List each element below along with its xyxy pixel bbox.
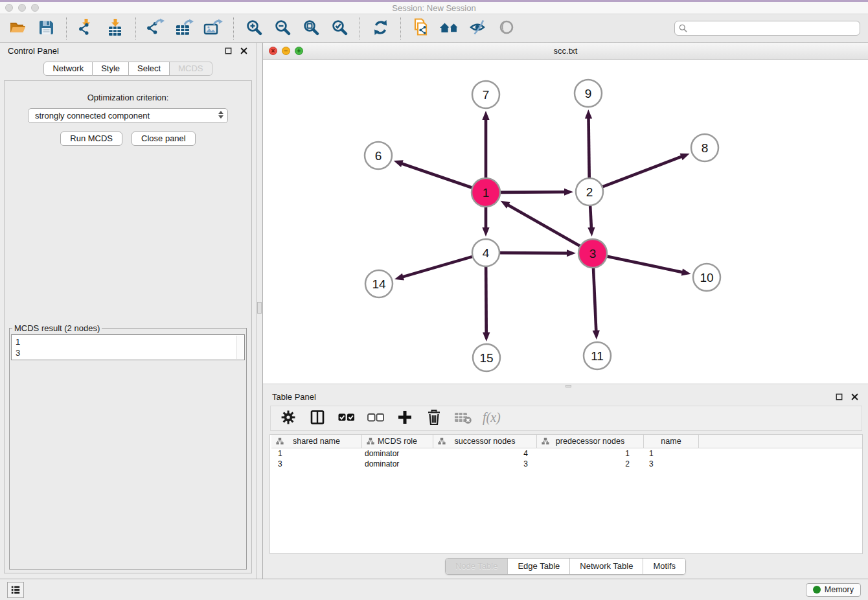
- search-field[interactable]: [674, 21, 860, 36]
- result-scrollbar[interactable]: [236, 336, 244, 359]
- export-image-button[interactable]: [203, 19, 223, 38]
- import-table-button[interactable]: [106, 19, 125, 38]
- import-network-button[interactable]: [77, 19, 97, 38]
- select-all-columns-button[interactable]: [338, 410, 355, 427]
- graph-node-4[interactable]: 4: [472, 239, 499, 266]
- toolbar-separator: [66, 17, 67, 40]
- criterion-select[interactable]: strongly connected component: [28, 108, 228, 123]
- graph-node-11[interactable]: 11: [584, 342, 611, 369]
- toolbar-separator: [360, 17, 360, 40]
- column-header-name[interactable]: name: [644, 435, 699, 448]
- edge-4-3[interactable]: [500, 253, 568, 253]
- network-graph[interactable]: 7968124314101511: [263, 60, 868, 384]
- edge-3-11[interactable]: [593, 268, 596, 332]
- graph-node-15[interactable]: 15: [473, 344, 500, 371]
- edge-3-10[interactable]: [608, 257, 683, 273]
- zoom-in-icon: [246, 19, 262, 38]
- svg-text:6: 6: [375, 149, 382, 163]
- edge-arrowhead-2-9: [585, 110, 592, 119]
- column-header-successor-nodes[interactable]: successor nodes: [433, 435, 537, 448]
- search-input[interactable]: [690, 24, 856, 33]
- run-mcds-button[interactable]: Run MCDS: [60, 132, 122, 146]
- tab-style[interactable]: Style: [93, 62, 129, 76]
- graph-node-9[interactable]: 9: [575, 80, 602, 107]
- edge-2-3[interactable]: [590, 206, 591, 229]
- float-panel-icon[interactable]: [223, 47, 233, 56]
- export-network-icon: [146, 18, 166, 38]
- tab-network[interactable]: Network: [43, 62, 93, 76]
- status-bar: Memory: [0, 579, 868, 600]
- unselect-all-columns-button[interactable]: [367, 410, 384, 427]
- edge-2-8[interactable]: [603, 156, 683, 187]
- column-header-MCDS-role[interactable]: MCDS role: [362, 435, 433, 448]
- graph-node-7[interactable]: 7: [472, 81, 499, 108]
- graph-node-2[interactable]: 2: [576, 178, 603, 205]
- close-panel-button[interactable]: Close panel: [131, 132, 196, 146]
- network-canvas[interactable]: 7968124314101511: [263, 60, 868, 384]
- hide-selection-button[interactable]: [468, 19, 488, 38]
- table-settings-button[interactable]: [280, 410, 297, 427]
- tab-motifs[interactable]: Motifs: [643, 559, 685, 574]
- export-table-button[interactable]: [175, 19, 194, 38]
- tab-node-table[interactable]: Node Table: [446, 559, 508, 574]
- table-row[interactable]: 1dominator411: [271, 448, 862, 459]
- mcds-result-box[interactable]: 1 3: [11, 334, 245, 360]
- horizontal-splitter[interactable]: [263, 384, 868, 388]
- zoom-in-button[interactable]: [244, 19, 264, 38]
- edge-2-9[interactable]: [588, 117, 589, 178]
- list-icon: [10, 584, 21, 595]
- first-neighbors-button[interactable]: [440, 19, 459, 38]
- edge-1-2[interactable]: [501, 192, 565, 192]
- vertical-splitter[interactable]: [256, 43, 263, 579]
- edge-4-14[interactable]: [402, 257, 472, 277]
- edge-4-15[interactable]: [486, 267, 486, 334]
- fx-icon: f(x): [481, 409, 503, 428]
- delete-column-button[interactable]: [426, 410, 442, 427]
- add-column-button[interactable]: [396, 410, 413, 427]
- import-network-icon: [78, 18, 96, 38]
- edge-3-1[interactable]: [507, 205, 580, 246]
- graph-node-10[interactable]: 10: [693, 264, 720, 291]
- float-table-panel-icon[interactable]: [834, 392, 843, 401]
- zoom-fit-button[interactable]: [301, 19, 321, 38]
- column-label: shared name: [293, 437, 340, 446]
- edge-arrowhead-1-6: [394, 160, 404, 167]
- zoom-selected-button[interactable]: [330, 19, 349, 38]
- export-network-button[interactable]: [146, 19, 166, 38]
- graph-node-3[interactable]: 3: [578, 239, 607, 268]
- memory-button[interactable]: Memory: [806, 583, 861, 597]
- task-history-button[interactable]: [7, 582, 24, 598]
- tab-select[interactable]: Select: [129, 62, 170, 76]
- new-network-from-selection-button[interactable]: [411, 19, 431, 38]
- open-session-button[interactable]: [8, 19, 27, 38]
- network-minimize-button[interactable]: −: [282, 47, 290, 55]
- edge-arrowhead-2-8: [680, 154, 690, 160]
- splitter-handle[interactable]: [257, 302, 262, 314]
- tab-mcds[interactable]: MCDS: [170, 62, 212, 76]
- svg-text:15: 15: [479, 351, 493, 365]
- tab-edge-table[interactable]: Edge Table: [507, 559, 569, 574]
- column-header-predecessor-nodes[interactable]: predecessor nodes: [537, 435, 644, 448]
- edge-1-6[interactable]: [401, 163, 472, 188]
- network-close-button[interactable]: ×: [269, 47, 277, 55]
- column-header-shared-name[interactable]: shared name: [271, 435, 362, 448]
- tab-network-table[interactable]: Network Table: [569, 559, 643, 574]
- network-window-titlebar[interactable]: × − + scc.txt: [263, 43, 868, 60]
- zoom-out-button[interactable]: [273, 19, 292, 38]
- apply-layout-button[interactable]: [371, 19, 390, 38]
- show-columns-button[interactable]: [309, 410, 326, 427]
- save-session-button[interactable]: [36, 19, 56, 38]
- graph-node-14[interactable]: 14: [365, 270, 393, 297]
- network-zoom-button[interactable]: +: [295, 47, 303, 55]
- close-table-panel-icon[interactable]: [850, 392, 859, 401]
- graph-node-1[interactable]: 1: [472, 178, 500, 207]
- close-panel-icon[interactable]: [239, 47, 248, 56]
- graph-node-8[interactable]: 8: [691, 134, 718, 161]
- app-title: Session: New Session: [0, 3, 868, 13]
- splitter-handle[interactable]: [565, 385, 571, 387]
- trash-icon: [426, 408, 442, 428]
- select-all-icon: [337, 409, 356, 428]
- table-row[interactable]: 3dominator323: [271, 459, 862, 469]
- cell-name: 3: [644, 459, 699, 469]
- graph-node-6[interactable]: 6: [365, 142, 392, 169]
